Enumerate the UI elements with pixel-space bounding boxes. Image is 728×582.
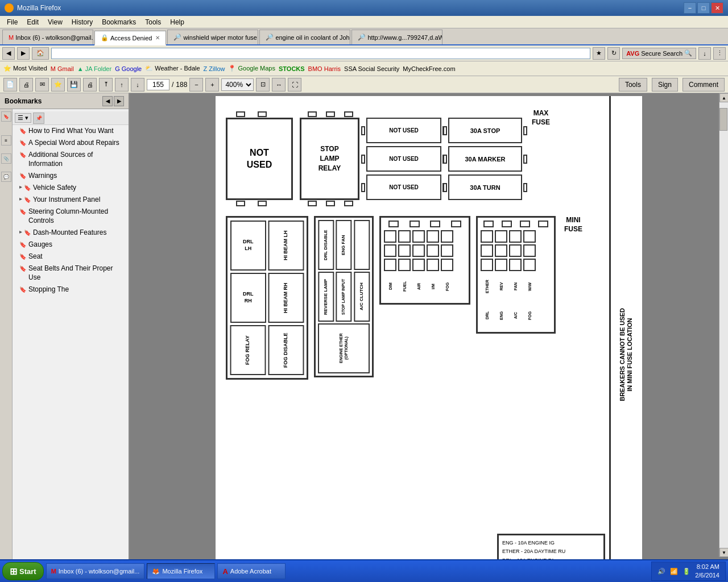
c-conn2 [410, 221, 420, 227]
close-button[interactable]: ✕ [711, 2, 723, 14]
menu-file[interactable]: File [2, 17, 22, 27]
star-button[interactable]: ★ [593, 47, 605, 60]
bm-most-visited[interactable]: ⭐ Most Visited [3, 65, 47, 72]
fit-page-btn[interactable]: ⊡ [256, 78, 270, 92]
scroll-thumb[interactable] [719, 108, 727, 131]
page-current-input[interactable] [147, 79, 169, 90]
taskbar-acrobat[interactable]: A Adobe Acrobat [217, 563, 286, 579]
cf6 [384, 244, 396, 257]
stop-lamp-top-conn [308, 111, 353, 117]
sidebar-item-seatbelts[interactable]: 🔖 Seat Belts And Their Proper Use [13, 263, 129, 284]
scroll-down-btn[interactable]: ▼ [719, 548, 728, 557]
sidebar-item-seat[interactable]: 🔖 Seat [13, 251, 129, 263]
menu-history[interactable]: History [67, 17, 97, 27]
bookmark-icon-7: 🔖 [19, 208, 26, 216]
pdf-tool-1[interactable]: 📄 [3, 78, 17, 92]
sidebar-collapse-btn[interactable]: ▶ [114, 96, 124, 106]
bm-weather[interactable]: ⛅ Weather - Bdale [145, 65, 200, 72]
bm-stocks[interactable]: STOCKS [279, 65, 305, 72]
not-used-sm-1: NOT USED [366, 118, 441, 143]
pdf-print-btn[interactable]: 🖨 [83, 78, 97, 92]
pdf-tool-5[interactable]: 💾 [67, 78, 81, 92]
sidebar-icon-attach[interactable]: 📎 [1, 153, 11, 164]
bm-zillow[interactable]: Z Zillow [204, 65, 225, 72]
tab-url[interactable]: 🔎 http://www.g...799247,d.aWc... ✕ [351, 30, 442, 44]
pdf-area[interactable]: NOTUSED STOPLAMPRELAY [130, 93, 728, 569]
warning-text-container: BREAKERS CANNOT BE USED IN MINI FUSE LOC… [611, 96, 642, 569]
sign-button[interactable]: Sign [652, 78, 678, 92]
fit-width-btn[interactable]: ↔ [272, 78, 286, 92]
pdf-tool-2[interactable]: 🖨 [19, 78, 33, 92]
zoom-in-btn[interactable]: + [205, 78, 219, 92]
refresh-button[interactable]: ↻ [607, 47, 620, 60]
sidebar-icon-comments[interactable]: 💬 [1, 172, 11, 182]
bm-checkfree[interactable]: MyCheckFree.com [403, 65, 455, 72]
sidebar-item-gauges[interactable]: 🔖 Gauges [13, 239, 129, 251]
fullscreen-btn[interactable]: ⛶ [288, 78, 301, 92]
home-button[interactable]: 🏠 [32, 47, 49, 60]
tab-engine[interactable]: 🔎 engine oil in coolant of Joh... ✕ [259, 30, 350, 44]
forward-button[interactable]: ▶ [17, 47, 30, 60]
pdf-nav-prev[interactable]: ↑ [115, 78, 129, 92]
sidebar-item-stopping[interactable]: 🔖 Stopping The [13, 284, 129, 296]
sidebar-expand-btn[interactable]: ◀ [102, 96, 113, 106]
not-used-sm-3: NOT USED [366, 174, 441, 200]
bookmark-icon-12: 🔖 [19, 286, 26, 294]
tab-wiper[interactable]: 🔎 winshield wiper motor fuse ... ✕ [167, 30, 258, 44]
menu-button[interactable]: ⋮ [713, 47, 726, 60]
bm-social[interactable]: SSA Social Security [344, 65, 399, 72]
pdf-tool-4[interactable]: ⭐ [51, 78, 65, 92]
zoom-out-btn[interactable]: − [189, 78, 203, 92]
sidebar-item-safety[interactable]: ▸ 🔖 Vehicle Safety [13, 182, 129, 194]
tab-inbox[interactable]: M Inbox (6) - wtolkson@gmail... ✕ [2, 30, 93, 44]
pdf-tool-3[interactable]: ✉ [35, 78, 49, 92]
bm-google[interactable]: G Google [115, 65, 142, 72]
scroll-up-btn[interactable]: ▲ [719, 93, 728, 102]
avg-search[interactable]: AVG Secure Search 🔍 [622, 48, 696, 59]
taskbar-inbox[interactable]: M Inbox (6) - wtolkson@gmail... [46, 563, 145, 579]
sidebar-item-instrument[interactable]: ▸ 🔖 Your Instrument Panel [13, 194, 129, 206]
sidebar-item-warnings[interactable]: 🔖 Warnings [13, 170, 129, 182]
sidebar-view-btn[interactable]: ☰ ▾ [15, 113, 31, 123]
tools-button[interactable]: Tools [619, 78, 647, 92]
eng-ac-clutch: A/C CLUTCH [354, 272, 370, 322]
cb-r-30a [523, 126, 527, 135]
eng-fan: ENG FAN [336, 220, 351, 270]
sidebar-icon-layers[interactable]: ≡ [1, 135, 11, 146]
menu-view[interactable]: View [43, 17, 67, 27]
comment-button[interactable]: Comment [682, 78, 725, 92]
menu-edit[interactable]: Edit [22, 17, 43, 27]
cb-left [361, 126, 365, 135]
sidebar-item-dash[interactable]: ▸ 🔖 Dash-Mounted Features [13, 227, 129, 239]
sidebar-item-steering[interactable]: 🔖 Steering Column-Mounted Controls [13, 206, 129, 227]
pdf-nav-prev-section[interactable]: ⤒ [99, 78, 113, 92]
pdf-nav-next[interactable]: ↓ [131, 78, 144, 92]
menu-help[interactable]: Help [166, 17, 189, 27]
tab-access-denied[interactable]: 🔒 Access Denied ✕ [94, 31, 166, 45]
sidebar-item-repairs[interactable]: 🔖 A Special Word about Repairs [13, 137, 129, 149]
url-bar[interactable]: www.peterbilt.com/resources/Supplemental… [51, 48, 590, 59]
bm-jafolder[interactable]: ▲ JA Folder [77, 65, 111, 72]
not-used-top-connectors [236, 111, 267, 117]
sidebar-icon-bookmarks[interactable]: 🔖 [1, 111, 11, 122]
start-button[interactable]: ⊞ Start [2, 562, 44, 580]
tab-access-denied-close[interactable]: ✕ [155, 35, 160, 41]
sidebar-item-how-to-find[interactable]: 🔖 How to Find What You Want [13, 125, 129, 137]
maximize-button[interactable]: □ [697, 2, 710, 14]
bm-bmo[interactable]: BMO Harris [308, 65, 341, 72]
taskbar-firefox[interactable]: 🦊 Mozilla Firefox [147, 563, 215, 579]
menu-bookmarks[interactable]: Bookmarks [97, 17, 140, 27]
sidebar-new-btn[interactable]: 📌 [33, 113, 44, 124]
menu-tools[interactable]: Tools [140, 17, 166, 27]
download-button[interactable]: ↓ [698, 47, 711, 60]
sidebar-item-sources[interactable]: 🔖 Additional Sources of Information [13, 149, 129, 171]
bm-googlemaps[interactable]: 📍 Google Maps [228, 65, 275, 72]
minimize-button[interactable]: − [684, 2, 696, 14]
conn-tab [344, 111, 353, 117]
bm-gmail[interactable]: M Gmail [51, 65, 74, 72]
zoom-select[interactable]: 400%200%150%100% [221, 78, 254, 91]
back-button[interactable]: ◀ [2, 47, 15, 60]
sidebar-inner: 🔖 ≡ 📎 💬 ☰ ▾ 📌 🔖 How to Find What You Wan… [0, 109, 129, 569]
sidebar-item-steering-label: Steering Column-Mounted Controls [28, 207, 124, 226]
pdf-scrollbar[interactable]: ▲ ▼ [719, 93, 728, 557]
